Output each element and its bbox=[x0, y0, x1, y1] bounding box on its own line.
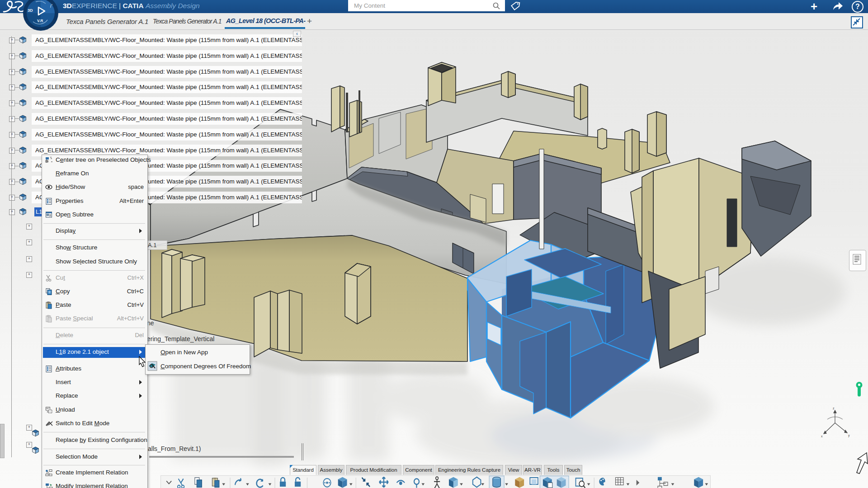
svg-text:V.R: V.R bbox=[37, 19, 43, 23]
svg-text:x: x bbox=[821, 435, 823, 438]
svg-text:3D: 3D bbox=[28, 8, 33, 13]
svg-text:z: z bbox=[833, 407, 835, 410]
svg-text:y: y bbox=[848, 434, 850, 437]
svg-text:iʼ: iʼ bbox=[50, 4, 52, 9]
